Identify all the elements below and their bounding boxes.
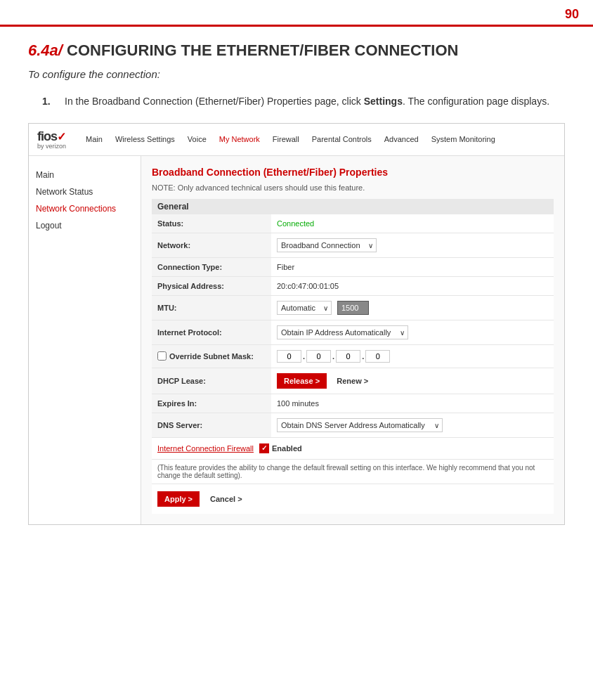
step-1-text: In the Broadband Connection (Ethernet/Fi… <box>65 94 549 109</box>
ip-field-1[interactable] <box>277 350 301 363</box>
label-network: Network: <box>152 233 271 257</box>
dns-select-wrapper[interactable]: Obtain DNS Server Address Automatically <box>277 418 443 432</box>
row-connection-type: Connection Type: Fiber <box>152 257 554 276</box>
label-dns-server: DNS Server: <box>152 413 271 437</box>
sidebar: Main Network Status Network Connections … <box>29 156 141 524</box>
fios-checkmark: ✓ <box>57 131 65 143</box>
firewall-note: (This feature provides the ability to ch… <box>152 460 554 484</box>
internet-protocol-select-wrapper[interactable]: Obtain IP Address Automatically <box>277 325 408 339</box>
mtu-select-wrapper[interactable]: Automatic <box>277 301 332 315</box>
panel-title: Broadband Connection (Ethernet/Fiber) Pr… <box>152 167 554 178</box>
page-number: 90 <box>565 7 579 22</box>
nav-item-firewall[interactable]: Firewall <box>273 135 299 143</box>
mtu-input[interactable] <box>337 301 369 315</box>
router-ui: fios✓ by verizon Main Wireless Settings … <box>28 123 565 525</box>
dhcp-release-button[interactable]: Release > <box>277 373 327 389</box>
row-network: Network: Broadband Connection <box>152 233 554 257</box>
value-status: Connected <box>271 214 554 233</box>
value-physical-address: 20:c0:47:00:01:05 <box>271 276 554 295</box>
label-physical-address: Physical Address: <box>152 276 271 295</box>
main-panel: Broadband Connection (Ethernet/Fiber) Pr… <box>141 156 564 524</box>
nav-item-voice[interactable]: Voice <box>188 135 207 143</box>
nav-item-wireless[interactable]: Wireless Settings <box>115 135 175 143</box>
row-physical-address: Physical Address: 20:c0:47:00:01:05 <box>152 276 554 295</box>
sidebar-item-network-status[interactable]: Network Status <box>36 183 133 200</box>
status-connected-text: Connected <box>277 219 314 228</box>
fios-logo: fios✓ by verizon <box>37 129 66 150</box>
label-dhcp-lease: DHCP Lease: <box>152 368 271 394</box>
firewall-checkbox-icon[interactable]: ✓ <box>259 443 269 453</box>
nav-item-mynetwork[interactable]: My Network <box>219 135 260 143</box>
ip-field-4[interactable] <box>365 350 390 363</box>
row-dns-server: DNS Server: Obtain DNS Server Address Au… <box>152 413 554 437</box>
sidebar-item-logout[interactable]: Logout <box>36 217 133 234</box>
internet-protocol-select[interactable]: Obtain IP Address Automatically <box>277 325 408 339</box>
label-internet-protocol: Internet Protocol: <box>152 320 271 344</box>
form-table: Status: Connected Network: Bro <box>152 214 554 438</box>
nav-item-advanced[interactable]: Advanced <box>384 135 419 143</box>
label-status: Status: <box>152 214 271 233</box>
dns-select[interactable]: Obtain DNS Server Address Automatically <box>277 418 443 432</box>
network-select[interactable]: Broadband Connection <box>277 238 377 252</box>
value-connection-type: Fiber <box>271 257 554 276</box>
label-expires-in: Expires In: <box>152 394 271 413</box>
sidebar-item-main[interactable]: Main <box>36 167 133 183</box>
row-dhcp-lease: DHCP Lease: Release > Renew > <box>152 368 554 394</box>
label-mtu: MTU: <box>152 295 271 320</box>
sidebar-item-network-connections[interactable]: Network Connections <box>36 200 133 217</box>
steps-container: In the Broadband Connection (Ethernet/Fi… <box>42 94 565 109</box>
nav-item-parental[interactable]: Parental Controls <box>312 135 372 143</box>
nav-item-main[interactable]: Main <box>86 135 103 143</box>
subnet-mask-checkbox-label[interactable]: Override Subnet Mask: <box>157 351 266 361</box>
value-subnet-mask: . . . <box>271 344 554 368</box>
firewall-enabled-label: Enabled <box>272 444 302 453</box>
ip-field-3[interactable] <box>336 350 360 363</box>
firewall-link[interactable]: Internet Connection Firewall <box>157 444 254 453</box>
dhcp-renew-button[interactable]: Renew > <box>333 373 372 389</box>
value-expires-in: 100 minutes <box>271 394 554 413</box>
ip-group: . . . <box>277 350 548 363</box>
mtu-select[interactable]: Automatic <box>277 301 332 315</box>
label-subnet-mask: Override Subnet Mask: <box>152 344 271 368</box>
value-mtu: Automatic <box>271 295 554 320</box>
row-internet-protocol: Internet Protocol: Obtain IP Address Aut… <box>152 320 554 344</box>
general-section-header: General <box>152 199 554 214</box>
value-dhcp-lease: Release > Renew > <box>271 368 554 394</box>
firewall-row: Internet Connection Firewall ✓ Enabled <box>152 438 554 460</box>
row-subnet-mask: Override Subnet Mask: . . <box>152 344 554 368</box>
panel-note: NOTE: Only advanced technical users shou… <box>152 183 554 192</box>
fios-logo-sub: by verizon <box>37 143 66 150</box>
chapter-subtitle: To configure the connection: <box>28 68 565 80</box>
router-content: Main Network Status Network Connections … <box>29 156 564 524</box>
value-internet-protocol: Obtain IP Address Automatically <box>271 320 554 344</box>
value-dns-server: Obtain DNS Server Address Automatically <box>271 413 554 437</box>
row-mtu: MTU: Automatic <box>152 295 554 320</box>
network-select-wrapper[interactable]: Broadband Connection <box>277 238 377 252</box>
firewall-enabled: ✓ Enabled <box>259 443 302 453</box>
subnet-mask-checkbox[interactable] <box>157 351 167 361</box>
fios-text: fios <box>37 129 57 143</box>
apply-button[interactable]: Apply > <box>157 491 200 507</box>
chapter-title: CONFIGURING THE ETHERNET/FIBER CONNECTIO… <box>67 41 458 59</box>
value-network: Broadband Connection <box>271 233 554 257</box>
nav-item-sysmon[interactable]: System Monitoring <box>431 135 495 143</box>
cancel-button[interactable]: Cancel > <box>207 491 246 507</box>
label-connection-type: Connection Type: <box>152 257 271 276</box>
step-1: In the Broadband Connection (Ethernet/Fi… <box>42 94 565 109</box>
main-content: 6.4a/ CONFIGURING THE ETHERNET/FIBER CON… <box>0 27 593 539</box>
fios-navbar: fios✓ by verizon Main Wireless Settings … <box>29 124 564 156</box>
row-expires-in: Expires In: 100 minutes <box>152 394 554 413</box>
action-row: Apply > Cancel > <box>152 484 554 514</box>
chapter-heading: 6.4a/ CONFIGURING THE ETHERNET/FIBER CON… <box>28 41 565 61</box>
row-status: Status: Connected <box>152 214 554 233</box>
ip-field-2[interactable] <box>306 350 331 363</box>
fios-logo-text: fios✓ <box>37 129 65 144</box>
chapter-number: 6.4a/ <box>28 41 63 59</box>
